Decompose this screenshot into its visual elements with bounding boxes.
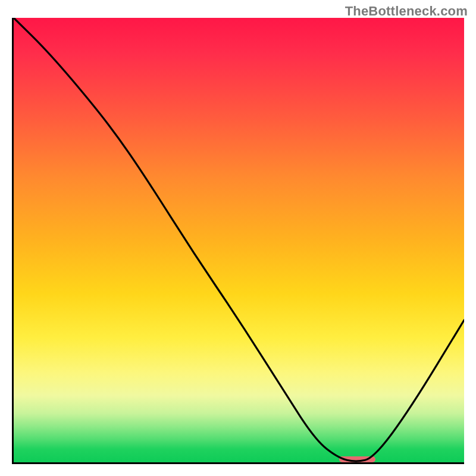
- bottleneck-curve-svg: [14, 18, 464, 462]
- bottleneck-curve-path: [14, 18, 464, 461]
- bottleneck-chart: TheBottleneck.com: [0, 0, 476, 476]
- watermark-text: TheBottleneck.com: [345, 4, 468, 19]
- plot-area: [12, 18, 464, 464]
